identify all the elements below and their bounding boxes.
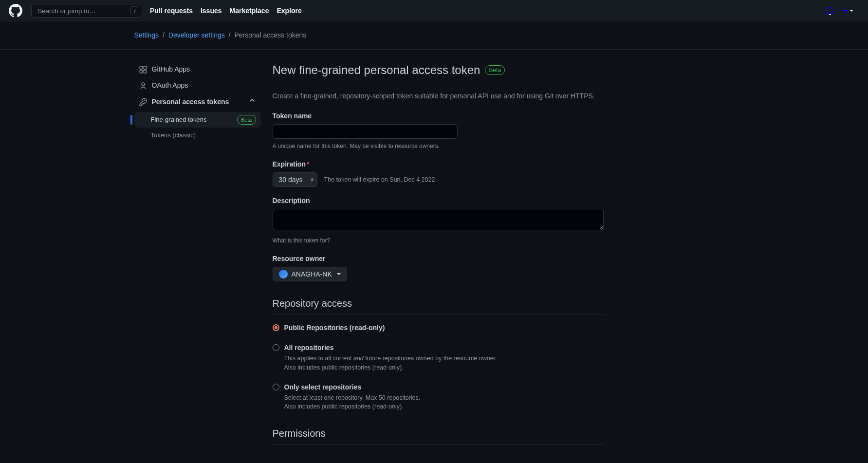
page-title: New fine-grained personal access token B…: [273, 61, 604, 79]
sidebar-item-github-apps[interactable]: GitHub Apps: [134, 61, 261, 77]
description-label: Description: [273, 196, 604, 206]
divider: [273, 83, 604, 83]
sidebar-subitem-tokens-classic[interactable]: Tokens (classic): [134, 128, 261, 143]
breadcrumb-current: Personal access tokens: [234, 31, 306, 39]
breadcrumb-settings[interactable]: Settings: [134, 31, 159, 39]
nav-marketplace[interactable]: Marketplace: [230, 6, 269, 16]
radio-select-repos[interactable]: Only select repositories Select at least…: [273, 382, 604, 412]
required-indicator: *: [307, 160, 309, 168]
global-search: /: [31, 4, 142, 18]
key-icon: [139, 98, 147, 106]
breadcrumb-bar: Settings / Developer settings / Personal…: [0, 21, 868, 50]
sidebar-item-personal-access-tokens[interactable]: Personal access tokens: [134, 93, 261, 110]
token-name-label: Token name: [273, 111, 604, 121]
field-description: Description What is this token for?: [273, 196, 604, 245]
permissions-heading: Permissions: [273, 426, 604, 441]
global-header: / Pull requests Issues Marketplace Explo…: [0, 0, 868, 21]
sidebar: GitHub Apps OAuth Apps Personal access t…: [134, 61, 261, 143]
expiration-select[interactable]: 30 days: [273, 172, 317, 187]
plus-icon: [841, 7, 849, 15]
apps-icon: [139, 66, 147, 74]
field-resource-owner: Resource owner ANAGHA-NK: [273, 254, 604, 281]
description-input[interactable]: [273, 209, 604, 230]
breadcrumb-developer-settings[interactable]: Developer settings: [168, 31, 225, 39]
search-input[interactable]: [31, 4, 142, 18]
field-token-name: Token name A unique name for this token.…: [273, 111, 604, 150]
caret-down-icon: [337, 273, 341, 275]
bell-icon: [826, 7, 834, 15]
radio-input[interactable]: [273, 324, 279, 331]
expiration-note: The token will expire on Sun, Dec 4 2022: [324, 175, 435, 185]
page: GitHub Apps OAuth Apps Personal access t…: [123, 50, 746, 463]
chevron-up-icon: [248, 96, 256, 107]
repository-access-heading: Repository access: [273, 296, 604, 311]
primary-nav: Pull requests Issues Marketplace Explore: [150, 6, 302, 16]
beta-badge: Beta: [237, 115, 256, 125]
divider: [273, 444, 604, 445]
token-name-input[interactable]: [273, 124, 458, 139]
radio-description: Select at least one repository. Max 50 r…: [284, 393, 421, 412]
slash-key-hint: /: [130, 6, 139, 15]
radio-label: All repositories: [284, 343, 497, 353]
breadcrumb-sep: /: [229, 31, 231, 39]
page-title-text: New fine-grained personal access token: [273, 61, 480, 79]
radio-input[interactable]: [273, 344, 279, 351]
radio-label: Only select repositories: [284, 382, 421, 392]
description-help: What is this token for?: [273, 236, 604, 245]
sidebar-subitem-label: Fine-grained tokens: [151, 115, 207, 125]
breadcrumb: Settings / Developer settings / Personal…: [123, 30, 746, 40]
mark-github-icon: [9, 4, 22, 18]
resource-owner-button[interactable]: ANAGHA-NK: [273, 267, 347, 281]
github-logo[interactable]: [8, 3, 23, 19]
person-icon: [139, 82, 147, 90]
sidebar-item-oauth-apps[interactable]: OAuth Apps: [134, 77, 261, 93]
field-expiration: Expiration* 30 days The token will expir…: [273, 159, 604, 187]
radio-description: This applies to all current and future r…: [284, 354, 497, 372]
radio-input[interactable]: [273, 384, 279, 390]
expiration-label: Expiration*: [273, 159, 604, 169]
nav-pull-requests[interactable]: Pull requests: [150, 6, 193, 16]
resource-owner-value: ANAGHA-NK: [292, 270, 332, 278]
beta-badge: Beta: [485, 65, 505, 75]
radio-public-repos[interactable]: Public Repositories (read-only): [273, 323, 604, 333]
sidebar-item-label: OAuth Apps: [152, 80, 256, 91]
sidebar-item-label: Personal access tokens: [152, 97, 243, 107]
sidebar-subitem-label: Tokens (classic): [151, 130, 196, 140]
header-right: [826, 6, 860, 16]
page-description: Create a fine-grained, repository-scoped…: [273, 91, 604, 101]
radio-all-repos[interactable]: All repositories This applies to all cur…: [273, 343, 604, 372]
notifications-button[interactable]: [826, 6, 834, 16]
avatar: [279, 270, 288, 278]
resource-owner-label: Resource owner: [273, 254, 604, 264]
divider: [273, 315, 604, 315]
breadcrumb-sep: /: [163, 31, 165, 39]
main-content: New fine-grained personal access token B…: [273, 61, 604, 453]
caret-down-icon: [850, 10, 853, 12]
radio-label: Public Repositories (read-only): [284, 323, 385, 333]
sidebar-item-label: GitHub Apps: [152, 64, 256, 74]
sidebar-subitem-fine-grained-tokens[interactable]: Fine-grained tokens Beta: [134, 112, 261, 128]
nav-issues[interactable]: Issues: [201, 6, 222, 16]
expiration-select-wrap: 30 days: [273, 172, 317, 187]
nav-explore[interactable]: Explore: [277, 6, 301, 16]
token-name-help: A unique name for this token. May be vis…: [273, 142, 604, 150]
create-new-menu[interactable]: [841, 7, 853, 15]
